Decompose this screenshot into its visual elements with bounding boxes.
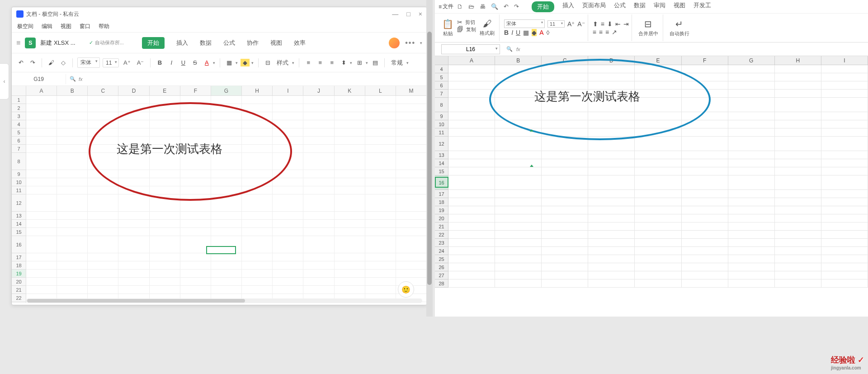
qat-open-icon[interactable]: 🗁 [467,2,476,11]
close-button[interactable]: × [419,10,422,18]
fx-icon[interactable]: fx [79,76,83,82]
row-header[interactable]: 8 [12,153,26,170]
cut-button[interactable]: ✂剪切 [457,19,476,26]
search-icon[interactable]: 🔍 [506,46,513,52]
fx-icon[interactable]: fx [516,47,520,52]
valign-icon[interactable]: ⬍ [339,57,348,68]
row-header[interactable]: 5 [435,73,448,81]
tab-insert[interactable]: 插入 [562,1,574,12]
hamburger-icon[interactable]: ≡ [16,39,20,47]
row-header[interactable]: 19 [12,270,26,278]
align-left-icon[interactable]: ≡ [593,28,596,36]
menu-item[interactable]: 帮助 [99,23,109,30]
row-header[interactable]: 20 [435,214,448,223]
format-painter-icon[interactable]: 🖌 [47,57,56,68]
row-header[interactable]: 25 [435,255,448,263]
row-header[interactable]: 12 [435,137,448,151]
fill-color-icon[interactable]: ◆ [532,29,537,36]
horizontal-scrollbar[interactable] [26,298,422,303]
tab-start[interactable]: 开始 [142,37,165,49]
select-all-corner[interactable] [435,56,448,65]
name-box[interactable]: G19 [12,74,66,84]
font-family-select[interactable]: 宋体 [504,19,545,28]
qat-save-icon[interactable]: 🗋 [455,2,465,11]
italic-icon[interactable]: I [167,57,176,68]
row-header[interactable]: 26 [435,263,448,271]
assistant-icon[interactable]: 🙂 [398,281,414,298]
row-header[interactable]: 14 [435,159,448,167]
merge-icon[interactable]: ⊟ [263,57,272,68]
row-header[interactable]: 19 [435,206,448,214]
col-header[interactable]: G [728,56,775,65]
decrease-font-icon[interactable]: A⁻ [577,20,585,28]
font-size-select[interactable]: 11 [103,58,119,67]
col-header[interactable]: G [211,86,242,95]
row-header[interactable]: 11 [12,186,26,194]
row-header[interactable]: 1 [12,96,26,104]
qat-print-icon[interactable]: 🖶 [478,2,487,11]
tab-review[interactable]: 审阅 [654,1,665,12]
row-header[interactable]: 27 [435,271,448,279]
qat-preview-icon[interactable]: 🔍 [489,2,500,11]
row-header[interactable]: 22 [12,294,26,302]
col-header[interactable]: E [150,86,180,95]
merge-button[interactable]: ⊟合并居中 [637,19,660,37]
tab-data[interactable]: 数据 [200,37,212,49]
row-header[interactable]: 21 [12,286,26,294]
col-header[interactable]: I [273,86,303,95]
row-header[interactable]: 28 [435,279,448,288]
undo-icon[interactable]: ↶ [16,57,25,68]
row-header[interactable]: 15 [435,167,448,175]
more-icon[interactable]: ••• [405,39,415,47]
window-splitter-scrollbar[interactable] [426,0,433,317]
qat-redo-icon[interactable]: ↷ [512,2,521,11]
row-header[interactable]: 6 [435,81,448,90]
tab-layout[interactable]: 页面布局 [582,1,606,12]
rows-icon[interactable]: ▤ [371,57,380,68]
align-center-icon[interactable]: ≡ [599,28,603,36]
col-header[interactable]: A [448,56,495,65]
increase-font-icon[interactable]: A⁺ [567,20,575,28]
tab-view[interactable]: 视图 [270,37,282,49]
col-header[interactable]: H [775,56,821,65]
row-header[interactable]: 15 [12,228,26,236]
align-right-icon[interactable]: ≡ [605,28,609,36]
font-size-select[interactable]: 11 [547,20,565,28]
row-header[interactable]: 23 [435,239,448,247]
align-top-icon[interactable]: ⬆ [593,20,598,28]
clear-format-icon[interactable]: ◇ [59,57,68,68]
row-header[interactable]: 8 [435,98,448,112]
align-mid-icon[interactable]: ≡ [601,20,604,28]
col-header[interactable]: K [335,86,365,95]
row-header[interactable]: 4 [435,65,448,73]
decrease-font-icon[interactable]: A⁻ [135,57,146,68]
row-header[interactable]: 10 [435,120,448,128]
tab-start[interactable]: 开始 [532,1,554,12]
col-header[interactable]: H [242,86,273,95]
col-header[interactable]: B [57,86,88,95]
orient-icon[interactable]: ↗ [612,28,617,36]
copy-button[interactable]: 🗐复制 [457,26,476,33]
tab-data[interactable]: 数据 [634,1,646,12]
spreadsheet-grid[interactable]: A B C D E F G H I 4567891011121314151617… [435,56,868,300]
strike-icon[interactable]: S [190,57,199,68]
col-header[interactable]: J [303,86,334,95]
number-format[interactable]: 常规 [389,57,405,69]
tab-collab[interactable]: 协作 [247,37,259,49]
user-avatar[interactable] [389,38,400,48]
active-cell[interactable] [206,246,236,254]
row-header[interactable]: 10 [12,178,26,186]
align-center-icon[interactable]: ≡ [316,57,325,68]
search-icon[interactable]: 🔍 [70,76,76,82]
align-right-icon[interactable]: ≡ [327,57,336,68]
fill-color-icon[interactable]: ◆ [241,59,250,66]
indent-inc-icon[interactable]: ⇥ [623,20,629,28]
tab-formula[interactable]: 公式 [614,1,626,12]
row-header[interactable]: 18 [435,198,448,206]
minimize-button[interactable]: — [392,10,398,18]
row-header[interactable]: 3 [12,112,26,120]
row-header[interactable]: 18 [12,261,26,270]
col-header[interactable]: A [26,86,57,95]
active-cell[interactable] [435,177,448,188]
bold-icon[interactable]: B [155,57,164,68]
